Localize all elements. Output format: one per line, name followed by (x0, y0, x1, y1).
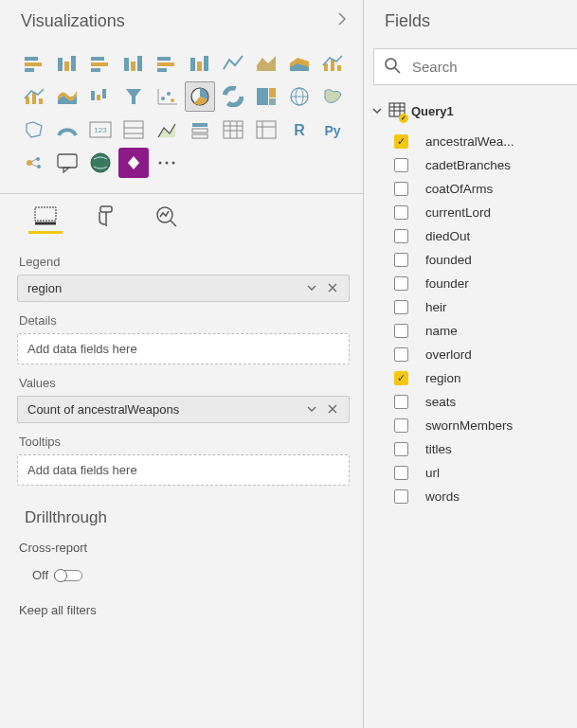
field-checkbox[interactable] (394, 229, 408, 243)
table-header[interactable]: ✓ Query1 (364, 95, 577, 126)
viz-stacked-column[interactable] (52, 48, 82, 79)
viz-stacked-bar[interactable] (19, 48, 49, 79)
field-row[interactable]: coatOfArms (394, 177, 577, 201)
field-checkbox[interactable] (394, 347, 408, 362)
svg-rect-22 (331, 60, 334, 71)
svg-rect-12 (157, 57, 171, 61)
field-checkbox[interactable] (394, 276, 408, 291)
remove-icon[interactable] (322, 282, 343, 295)
viz-100-stacked-column[interactable] (185, 48, 215, 79)
svg-marker-69 (63, 168, 69, 172)
viz-r-visual[interactable]: R (284, 115, 315, 145)
values-value: Count of ancestralWeapons (27, 402, 301, 417)
toggle-thumb (54, 569, 67, 582)
chevron-right-icon[interactable] (336, 11, 348, 31)
viz-arcgis[interactable] (85, 148, 116, 178)
field-row[interactable]: swornMembers (394, 414, 577, 437)
field-checkbox[interactable] (394, 158, 408, 172)
viz-ribbon[interactable] (52, 81, 82, 112)
visualizations-header: Visualizations (0, 0, 363, 48)
remove-icon[interactable] (322, 403, 343, 417)
field-row[interactable]: titles (394, 437, 577, 461)
field-row[interactable]: seats (394, 390, 577, 414)
viz-matrix[interactable] (251, 115, 281, 145)
svg-rect-78 (100, 206, 112, 212)
cross-report-toggle[interactable]: Off (17, 555, 350, 582)
viz-line[interactable] (218, 48, 248, 79)
field-row[interactable]: heir (394, 295, 577, 319)
dropdown-icon[interactable] (301, 282, 322, 295)
field-row[interactable]: url (394, 461, 577, 485)
viz-more[interactable] (152, 148, 182, 178)
field-checkbox[interactable]: ✓ (394, 134, 408, 149)
tooltips-well[interactable]: Add data fields here (17, 454, 350, 486)
field-checkbox[interactable] (394, 300, 408, 314)
field-checkbox[interactable] (394, 324, 408, 338)
viz-map[interactable] (284, 81, 315, 112)
field-row[interactable]: diedOut (394, 224, 577, 248)
viz-area[interactable] (251, 48, 281, 79)
field-row[interactable]: ✓region (394, 366, 577, 390)
field-row[interactable]: currentLord (394, 201, 577, 224)
viz-filled-map[interactable] (317, 81, 348, 112)
field-checkbox[interactable] (394, 466, 408, 480)
field-row[interactable]: words (394, 485, 577, 508)
field-row[interactable]: cadetBranches (394, 153, 577, 177)
field-checkbox[interactable] (394, 395, 408, 409)
field-checkbox[interactable] (394, 489, 408, 504)
details-well[interactable]: Add data fields here (17, 333, 350, 364)
dropdown-icon[interactable] (301, 403, 322, 417)
search-box[interactable] (373, 48, 577, 85)
svg-rect-8 (91, 68, 100, 72)
viz-treemap[interactable] (251, 81, 281, 112)
field-row[interactable]: overlord (394, 343, 577, 366)
viz-gauge[interactable] (52, 115, 82, 145)
svg-line-82 (171, 221, 176, 226)
field-row[interactable]: founded (394, 248, 577, 272)
format-tab[interactable] (89, 207, 123, 234)
field-label: currentLord (425, 205, 491, 220)
fields-tab[interactable] (28, 207, 63, 234)
svg-rect-15 (190, 58, 195, 71)
field-label: ancestralWea... (425, 134, 514, 149)
viz-line-stacked-column[interactable] (19, 81, 49, 112)
values-well[interactable]: Count of ancestralWeapons (17, 396, 350, 423)
viz-key-influencers[interactable] (19, 148, 49, 178)
viz-kpi[interactable] (152, 115, 182, 145)
viz-slicer[interactable] (185, 115, 215, 145)
viz-funnel[interactable] (118, 81, 149, 112)
viz-table[interactable] (218, 115, 248, 145)
field-label: coatOfArms (425, 182, 493, 196)
field-checkbox[interactable] (394, 205, 408, 220)
field-checkbox[interactable]: ✓ (394, 371, 408, 385)
viz-shape-map[interactable] (19, 115, 49, 145)
viz-line-clustered-column[interactable] (317, 48, 348, 79)
search-input[interactable] (410, 58, 577, 76)
svg-rect-46 (124, 121, 143, 138)
viz-power-apps[interactable] (118, 148, 149, 178)
viz-clustered-bar[interactable] (85, 48, 116, 79)
field-checkbox[interactable] (394, 418, 408, 433)
legend-label: Legend (19, 255, 348, 269)
viz-py-visual[interactable]: Py (317, 115, 348, 145)
field-checkbox[interactable] (394, 442, 408, 456)
field-checkbox[interactable] (394, 253, 408, 267)
field-row[interactable]: ✓ancestralWea... (394, 130, 577, 153)
field-row[interactable]: founder (394, 272, 577, 295)
viz-waterfall[interactable] (85, 81, 116, 112)
viz-100-stacked-bar[interactable] (152, 48, 182, 79)
analytics-tab[interactable] (150, 207, 184, 234)
viz-scatter[interactable] (152, 81, 182, 112)
field-checkbox[interactable] (394, 182, 408, 196)
viz-multi-row-card[interactable] (118, 115, 149, 145)
viz-donut[interactable] (218, 81, 248, 112)
viz-stacked-area[interactable] (284, 48, 315, 79)
viz-qna[interactable] (52, 148, 82, 178)
format-tabs (0, 194, 363, 238)
viz-pie[interactable] (185, 81, 215, 112)
viz-card[interactable]: 123 (85, 115, 116, 145)
legend-well[interactable]: region (17, 275, 350, 302)
viz-clustered-column[interactable] (118, 48, 149, 79)
field-row[interactable]: name (394, 319, 577, 343)
svg-point-33 (161, 97, 165, 100)
